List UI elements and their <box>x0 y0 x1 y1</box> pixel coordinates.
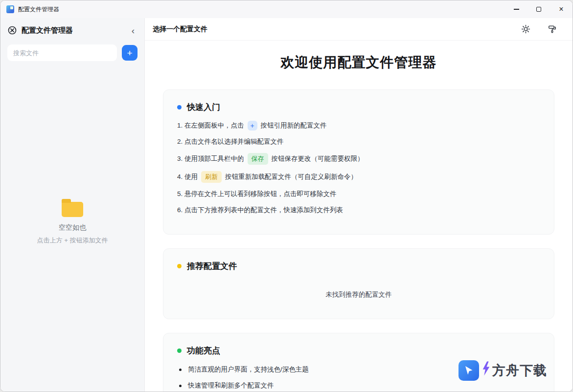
quick-start-list: 1. 在左侧面板中，点击+按钮引用新的配置文件 2. 点击文件名以选择并编辑配置… <box>177 121 540 215</box>
plus-icon: + <box>127 48 132 58</box>
recommended-card: 推荐配置文件 未找到推荐的配置文件 <box>163 248 554 319</box>
plus-badge: + <box>248 121 257 131</box>
refresh-badge: 刷新 <box>201 171 222 183</box>
gear-icon <box>521 24 530 34</box>
sidebar-app-title: 配置文件管理器 <box>22 26 73 35</box>
main-content: 欢迎使用配置文件管理器 快速入门 1. 在左侧面板中，点击+按钮引用新的配置文件… <box>145 41 573 392</box>
quick-start-step-5: 5. 悬停在文件上可以看到移除按钮，点击即可移除文件 <box>177 189 540 199</box>
quick-start-card: 快速入门 1. 在左侧面板中，点击+按钮引用新的配置文件 2. 点击文件名以选择… <box>163 89 554 235</box>
feature-item-2: 快速管理和刷新多个配置文件 <box>177 381 540 390</box>
watermark-bolt-icon <box>482 361 490 378</box>
features-title-row: 功能亮点 <box>177 345 540 356</box>
app-logo-icon <box>7 25 17 35</box>
bullet-icon <box>179 385 182 387</box>
quick-start-step-6: 6. 点击下方推荐列表中的配置文件，快速添加到文件列表 <box>177 205 540 215</box>
quick-start-title-row: 快速入门 <box>177 102 540 113</box>
watermark-text: 方舟下载 <box>492 362 547 379</box>
recommended-empty-text: 未找到推荐的配置文件 <box>177 290 540 299</box>
sidebar-header: 配置文件管理器 ‹ <box>7 20 138 41</box>
sidebar-collapse-button[interactable]: ‹ <box>129 25 138 36</box>
watermark-logo-icon <box>458 360 479 381</box>
welcome-title: 欢迎使用配置文件管理器 <box>163 53 554 72</box>
empty-state-subtitle: 点击上方 + 按钮添加文件 <box>7 236 138 245</box>
yellow-dot-icon <box>177 264 182 268</box>
toolbar-title: 选择一个配置文件 <box>153 25 207 34</box>
green-dot-icon <box>177 348 182 353</box>
watermark: 方舟下载 <box>458 360 547 381</box>
titlebar: 配置文件管理器 × <box>0 0 573 18</box>
empty-state-title: 空空如也 <box>7 223 138 232</box>
sidebar: 配置文件管理器 ‹ + 空空如也 点击上方 + 按钮添加文件 <box>0 18 145 392</box>
close-button[interactable]: × <box>550 0 573 18</box>
maximize-icon <box>536 7 541 12</box>
minimize-button[interactable] <box>505 0 527 18</box>
app-window: 配置文件管理器 × 配置文件管理器 <box>0 0 573 392</box>
recommended-title: 推荐配置文件 <box>187 261 237 272</box>
minimize-icon <box>514 9 519 9</box>
quick-start-step-3: 3. 使用顶部工具栏中的保存按钮保存更改（可能需要权限） <box>177 153 540 165</box>
maximize-button[interactable] <box>527 0 550 18</box>
theme-button[interactable] <box>546 23 558 35</box>
quick-start-step-4: 4. 使用刷新按钮重新加载配置文件（可自定义刷新命令） <box>177 171 540 183</box>
quick-start-step-2: 2. 点击文件名以选择并编辑配置文件 <box>177 137 540 147</box>
add-file-button[interactable]: + <box>122 45 138 61</box>
settings-button[interactable] <box>520 23 531 35</box>
main-panel: 选择一个配置文件 <box>145 18 573 392</box>
features-title: 功能亮点 <box>187 345 220 356</box>
recommended-title-row: 推荐配置文件 <box>177 261 540 272</box>
chevron-left-icon: ‹ <box>132 25 135 36</box>
app-icon <box>6 5 14 13</box>
main-toolbar: 选择一个配置文件 <box>145 18 573 41</box>
window-title: 配置文件管理器 <box>18 5 59 14</box>
sidebar-search-row: + <box>7 44 138 61</box>
bullet-icon <box>179 369 182 371</box>
quick-start-step-1: 1. 在左侧面板中，点击+按钮引用新的配置文件 <box>177 121 540 131</box>
folder-icon <box>62 202 83 217</box>
blue-dot-icon <box>177 105 182 109</box>
sidebar-empty-state: 空空如也 点击上方 + 按钮添加文件 <box>7 202 138 245</box>
theme-icon <box>548 24 557 34</box>
search-input[interactable] <box>7 44 117 61</box>
window-controls: × <box>505 0 573 18</box>
quick-start-title: 快速入门 <box>187 102 220 113</box>
toolbar-icons <box>520 23 558 35</box>
close-icon: × <box>559 5 563 13</box>
save-badge: 保存 <box>248 153 268 165</box>
